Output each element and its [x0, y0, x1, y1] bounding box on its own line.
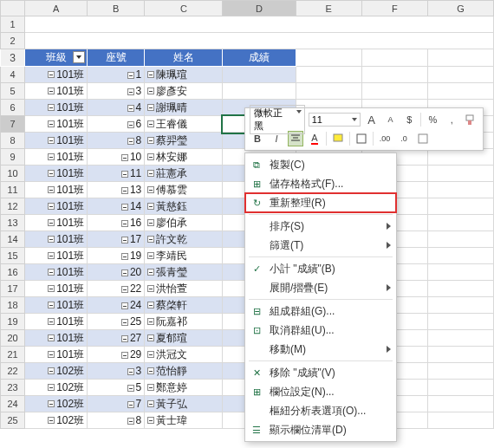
outline-collapse-icon[interactable]	[121, 237, 128, 243]
outline-collapse-icon[interactable]	[121, 187, 128, 194]
cell-seat[interactable]: 11	[88, 166, 145, 182]
filter-icon[interactable]	[73, 51, 85, 63]
cell-name[interactable]: 廖伯承	[145, 215, 223, 231]
cell-seat[interactable]: 8	[88, 133, 145, 149]
outline-collapse-icon[interactable]	[121, 253, 128, 260]
row-header[interactable]: 14	[1, 231, 25, 248]
cell-class[interactable]: 101班	[25, 198, 88, 215]
outline-collapse-icon[interactable]	[48, 186, 55, 193]
outline-collapse-icon[interactable]	[127, 368, 134, 375]
outline-collapse-icon[interactable]	[147, 318, 154, 325]
cell-seat[interactable]: 4	[88, 100, 145, 116]
row-header[interactable]: 16	[1, 264, 25, 281]
menu-move[interactable]: 移動(M)	[245, 340, 396, 359]
row-header[interactable]: 7	[1, 116, 25, 133]
menu-remove[interactable]: ✕移除 "成績"(V)	[245, 363, 396, 382]
cell-name[interactable]: 陳珮瑄	[145, 67, 223, 83]
cell-name[interactable]: 鄭意婷	[145, 380, 223, 396]
cell-class[interactable]: 101班	[25, 330, 88, 347]
cell-class[interactable]: 102班	[25, 380, 88, 396]
outline-collapse-icon[interactable]	[48, 367, 55, 374]
cell-name[interactable]: 黃子弘	[145, 396, 223, 412]
cell-seat[interactable]: 27	[88, 330, 145, 347]
outline-collapse-icon[interactable]	[48, 88, 55, 94]
row-header[interactable]: 13	[1, 215, 25, 231]
outline-collapse-icon[interactable]	[121, 286, 128, 293]
cell-class[interactable]: 101班	[25, 166, 88, 182]
cell-class[interactable]: 101班	[25, 264, 88, 281]
cell-class[interactable]: 101班	[25, 67, 88, 83]
row-header[interactable]: 21	[1, 347, 25, 363]
menu-copy[interactable]: ⧉複製(C)	[245, 155, 396, 174]
cell-name[interactable]: 傅慕雲	[145, 182, 223, 198]
row-header[interactable]: 17	[1, 281, 25, 297]
select-all-corner[interactable]	[1, 1, 25, 16]
cell-seat[interactable]: 3	[88, 83, 145, 100]
header-name[interactable]: 姓名	[145, 49, 223, 67]
cell-class[interactable]: 101班	[25, 248, 88, 264]
outline-collapse-icon[interactable]	[48, 170, 55, 177]
cell-name[interactable]: 黃士瑋	[145, 412, 223, 429]
row-header[interactable]: 19	[1, 314, 25, 330]
outline-collapse-icon[interactable]	[147, 236, 154, 243]
cell-class[interactable]: 101班	[25, 133, 88, 149]
col-header-F[interactable]: F	[361, 1, 427, 16]
outline-collapse-icon[interactable]	[48, 269, 55, 276]
cell-class[interactable]: 101班	[25, 83, 88, 100]
cell-seat[interactable]: 3	[88, 363, 145, 380]
cell-name[interactable]: 林安娜	[145, 149, 223, 166]
outline-collapse-icon[interactable]	[127, 88, 134, 95]
menu-pivot-options[interactable]: 樞紐分析表選項(O)...	[245, 401, 396, 420]
cell-name[interactable]: 王睿儀	[145, 116, 223, 133]
cell-class[interactable]: 101班	[25, 116, 88, 133]
cell-name[interactable]: 蔡棨軒	[145, 297, 223, 314]
row-header[interactable]: 25	[1, 412, 25, 429]
row-header[interactable]: 22	[1, 363, 25, 380]
row-header[interactable]: 2	[1, 33, 25, 49]
cell-name[interactable]: 張青瑩	[145, 264, 223, 281]
outline-collapse-icon[interactable]	[121, 220, 128, 227]
outline-collapse-icon[interactable]	[147, 153, 154, 160]
row-header[interactable]: 8	[1, 133, 25, 149]
cell-name[interactable]: 夏郁瑄	[145, 330, 223, 347]
cell-class[interactable]: 102班	[25, 396, 88, 412]
header-score[interactable]: 成績	[223, 49, 296, 67]
outline-collapse-icon[interactable]	[147, 334, 154, 341]
cell-seat[interactable]: 1	[88, 67, 145, 83]
row-header[interactable]: 23	[1, 380, 25, 396]
decrease-font-icon[interactable]: A	[383, 112, 399, 127]
cell-seat[interactable]: 29	[88, 347, 145, 363]
cell-seat[interactable]: 10	[88, 149, 145, 166]
cell-class[interactable]: 101班	[25, 231, 88, 248]
outline-collapse-icon[interactable]	[147, 170, 154, 177]
currency-icon[interactable]: $	[401, 112, 417, 127]
outline-collapse-icon[interactable]	[48, 384, 55, 391]
font-size-select[interactable]: 11	[309, 113, 361, 127]
outline-collapse-icon[interactable]	[48, 236, 55, 243]
cell-class[interactable]: 102班	[25, 363, 88, 380]
cell-seat[interactable]: 14	[88, 198, 145, 215]
outline-collapse-icon[interactable]	[147, 203, 154, 210]
outline-collapse-icon[interactable]	[48, 302, 55, 308]
outline-collapse-icon[interactable]	[48, 318, 55, 325]
outline-collapse-icon[interactable]	[147, 252, 154, 259]
cell-seat[interactable]: 8	[88, 412, 145, 429]
outline-collapse-icon[interactable]	[147, 186, 154, 193]
outline-collapse-icon[interactable]	[127, 105, 134, 112]
outline-collapse-icon[interactable]	[147, 137, 154, 144]
cell-seat[interactable]: 7	[88, 396, 145, 412]
col-header-B[interactable]: B	[88, 1, 145, 16]
cell-seat[interactable]: 6	[88, 116, 145, 133]
increase-font-icon[interactable]: A	[364, 112, 380, 127]
menu-sort[interactable]: 排序(S)	[245, 217, 396, 236]
outline-collapse-icon[interactable]	[121, 302, 128, 309]
outline-collapse-icon[interactable]	[127, 401, 134, 408]
cell-name[interactable]: 李靖民	[145, 248, 223, 264]
cell-class[interactable]: 101班	[25, 182, 88, 198]
cell-name[interactable]: 廖彥安	[145, 83, 223, 100]
cell-seat[interactable]: 22	[88, 281, 145, 297]
row-header[interactable]: 6	[1, 100, 25, 116]
cell-class[interactable]: 102班	[25, 412, 88, 429]
percent-icon[interactable]: %	[425, 112, 440, 127]
cell-seat[interactable]: 13	[88, 182, 145, 198]
